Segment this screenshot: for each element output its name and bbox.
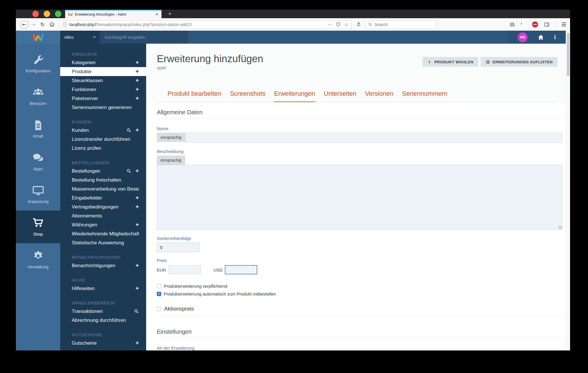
search-icon[interactable] [126, 128, 131, 133]
new-tab-button[interactable]: + [165, 10, 174, 18]
plus-icon[interactable]: + [135, 95, 139, 102]
price-usd-input[interactable] [225, 265, 257, 274]
menu-item-bestellung-freischalten[interactable]: Bestellung freischalten [60, 176, 146, 184]
browser-tab[interactable]: Erweiterung hinzufügen - Admi ✕ [65, 10, 161, 18]
menu-item-steuerklassen[interactable]: Steuerklassen + [60, 76, 146, 85]
menu-item-transaktionen[interactable]: Transaktionen [60, 307, 146, 316]
plus-icon[interactable]: + [135, 340, 139, 346]
menu-icon[interactable] [562, 23, 566, 26]
menu-item-produkte[interactable]: Produkte + [60, 67, 146, 76]
price-eur-input[interactable] [168, 265, 201, 274]
menu-item-hilfeseiten[interactable]: Hilfeseiten + [60, 284, 146, 293]
required-checkbox[interactable] [157, 284, 161, 288]
plus-icon[interactable]: + [135, 59, 139, 66]
page-actions-icon[interactable]: ⋯ [328, 22, 332, 27]
resize-grip[interactable] [558, 226, 562, 229]
menu-item-bestellungen[interactable]: Bestellungen + [60, 167, 146, 176]
tab-unterseiten[interactable]: Unterseiten [324, 90, 357, 102]
avatar[interactable]: AD [518, 32, 528, 42]
reload-button[interactable]: ↻ [38, 20, 47, 29]
plus-icon[interactable]: + [135, 68, 139, 75]
plus-icon[interactable]: + [135, 127, 139, 134]
rail-item-apps[interactable]: Apps [16, 145, 60, 178]
menu-item-funktionen[interactable]: Funktionen + [60, 85, 146, 94]
search-placeholder: Search [374, 22, 388, 27]
acp-logo[interactable] [16, 31, 60, 44]
info-icon[interactable]: i [554, 34, 556, 41]
browser-search-field[interactable]: Search [365, 20, 436, 29]
account-info-icon[interactable]: i [521, 22, 526, 27]
tracking-shield-icon[interactable] [336, 22, 341, 27]
plus-icon[interactable]: + [135, 285, 139, 292]
page-scrollbar[interactable] [566, 31, 570, 350]
scrollbar-thumb[interactable] [567, 33, 569, 76]
back-button[interactable]: ← [20, 20, 29, 29]
menu-item-massenverarbeitung[interactable]: Massenverarbeitung von Bestellun... [60, 184, 146, 193]
downloads-button[interactable] [356, 21, 362, 28]
minimize-window-button[interactable] [44, 11, 50, 17]
forward-button[interactable]: → [29, 20, 38, 29]
bookmark-star-icon[interactable]: ☆ [344, 22, 348, 27]
menu-item-lizenztransfer[interactable]: Lizenztransfer durchführen [60, 135, 146, 144]
description-textarea[interactable] [157, 165, 562, 230]
sidebar-toggle-icon[interactable] [544, 22, 550, 27]
close-window-button[interactable] [32, 11, 39, 17]
menu-item-gutscheine[interactable]: Gutscheine + [60, 339, 146, 348]
menu-item-abrechnung[interactable]: Abrechnung durchführen [60, 316, 146, 325]
plus-icon[interactable]: + [135, 221, 139, 228]
home-button[interactable] [47, 20, 56, 29]
menu-item-vertragsbedingungen[interactable]: Vertragsbedingungen + [60, 202, 146, 211]
tab-screenshots[interactable]: Screenshots [230, 90, 265, 102]
description-label: Beschreibung [157, 149, 562, 154]
choose-product-button[interactable]: PRODUKT WÄHLEN [422, 57, 478, 67]
menu-item-benachrichtigungen[interactable]: Benachrichtigungen + [60, 261, 146, 270]
url-text[interactable]: localhost-php7/tornado/shop/acp/index.ph… [69, 22, 325, 27]
name-language-tab[interactable]: einsprachig [157, 133, 185, 142]
plus-icon[interactable]: + [135, 86, 139, 93]
menu-item-eingabefelder[interactable]: Eingabefelder + [60, 193, 146, 202]
menu-section-title: HILFE [60, 276, 146, 284]
sort-order-input[interactable] [157, 243, 200, 252]
rail-item-konfiguration[interactable]: Konfiguration [16, 47, 60, 80]
plus-icon[interactable]: + [135, 262, 139, 269]
rail-item-benutzer[interactable]: Benutzer [16, 80, 60, 112]
menu-item-wiederkehrende-mitgliedschaften[interactable]: Wiederkehrende Mitgliedschaften ... [60, 229, 146, 238]
search-icon[interactable] [134, 309, 139, 314]
rail-item-inhalt[interactable]: Inhalt [16, 112, 60, 145]
url-bar[interactable]: i localhost-php7/tornado/shop/acp/index.… [59, 20, 352, 29]
menu-item-seriennummern-generieren[interactable]: Seriennummern generieren [60, 103, 146, 112]
acp-search-field[interactable]: Suchbegriff eingeben [100, 31, 188, 44]
menu-item-paketserver[interactable]: Paketserver + [60, 94, 146, 103]
page-info-icon[interactable]: i [63, 22, 67, 27]
zoom-window-button[interactable] [55, 11, 61, 17]
rail-item-shop[interactable]: Shop [16, 210, 60, 243]
list-extensions-button[interactable]: ERWEITERUNGEN AUFLISTEN [481, 57, 558, 67]
plus-icon[interactable]: + [135, 195, 139, 201]
menu-item-kategorien[interactable]: Kategorien + [60, 58, 146, 67]
wrench-icon [32, 54, 44, 66]
rail-item-anpassung[interactable]: Anpassung [16, 178, 60, 210]
name-input[interactable] [185, 133, 562, 143]
tab-erweiterungen[interactable]: Erweiterungen [274, 90, 315, 102]
rail-item-verwaltung[interactable]: Verwaltung [16, 243, 60, 276]
tab-seriennummern[interactable]: Seriennummern [402, 90, 447, 102]
tab-produkt-bearbeiten[interactable]: Produkt bearbeiten [168, 90, 221, 102]
menu-item-lizenz-pruefen[interactable]: Lizenz prüfen [60, 144, 146, 153]
adblock-icon[interactable]: ABP [532, 22, 538, 27]
promo-price-checkbox[interactable] [157, 307, 161, 311]
tab-close-icon[interactable]: ✕ [155, 12, 159, 16]
library-icon[interactable] [509, 22, 515, 27]
plus-icon[interactable]: + [135, 77, 139, 84]
search-icon[interactable] [126, 169, 131, 173]
menu-item-abonnements[interactable]: Abonnements [60, 211, 146, 220]
frontend-home-icon[interactable] [537, 34, 544, 40]
plus-icon[interactable]: + [135, 204, 139, 210]
description-language-tab[interactable]: einsprachig [157, 156, 185, 165]
search-scope-select[interactable]: Alles [60, 31, 100, 44]
tab-versionen[interactable]: Versionen [365, 90, 394, 102]
menu-item-kunden[interactable]: Kunden + [60, 126, 146, 135]
menu-item-statistische-auswertung[interactable]: Statistische Auswertung [60, 238, 146, 247]
menu-item-waehrungen[interactable]: Währungen + [60, 220, 146, 229]
plus-icon[interactable]: + [135, 168, 139, 174]
auto-order-checkbox[interactable]: ✓ [157, 292, 161, 296]
